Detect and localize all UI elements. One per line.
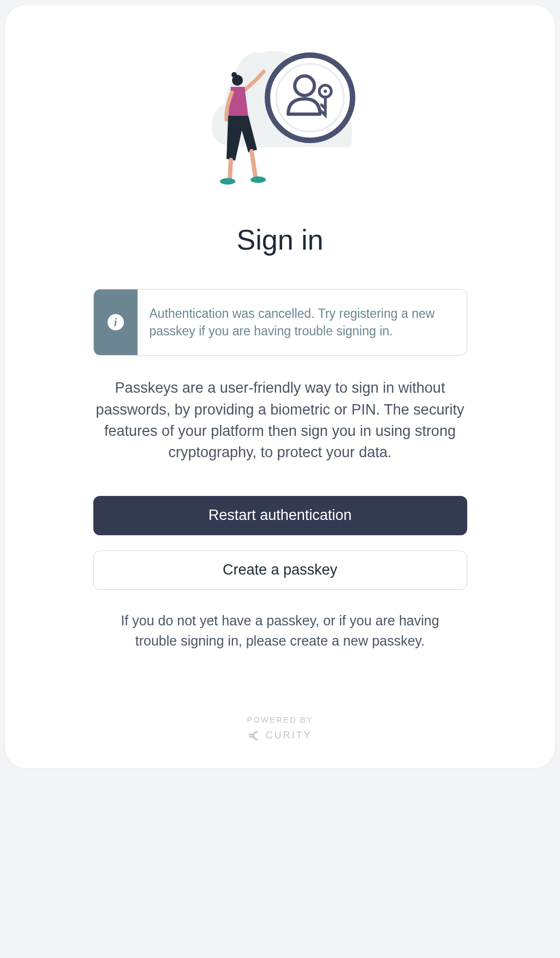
info-icon-wrap: i xyxy=(94,289,138,355)
svg-point-0 xyxy=(267,55,353,140)
helper-text: If you do not yet have a passkey, or if … xyxy=(105,611,455,652)
brand-name: CURITY xyxy=(266,730,312,741)
create-passkey-label: Create a passkey xyxy=(223,561,337,578)
svg-point-6 xyxy=(231,72,237,78)
svg-point-8 xyxy=(220,178,235,185)
svg-point-4 xyxy=(324,90,327,93)
auth-card: Sign in i Authentication was cancelled. … xyxy=(4,4,556,769)
powered-by-label: POWERED BY xyxy=(247,715,313,724)
restart-button-label: Restart authentication xyxy=(208,507,352,524)
footer: POWERED BY CURITY xyxy=(247,660,313,741)
info-icon: i xyxy=(108,314,124,330)
passkey-description: Passkeys are a user-friendly way to sign… xyxy=(78,377,482,463)
create-passkey-button[interactable]: Create a passkey xyxy=(93,551,467,590)
info-alert: i Authentication was cancelled. Try regi… xyxy=(93,289,467,356)
restart-authentication-button[interactable]: Restart authentication xyxy=(93,496,467,535)
svg-point-7 xyxy=(251,176,266,183)
brand: CURITY xyxy=(248,730,312,741)
curity-logo-icon xyxy=(248,731,261,741)
page-title: Sign in xyxy=(237,223,324,256)
alert-message: Authentication was cancelled. Try regist… xyxy=(138,289,467,355)
passkey-illustration xyxy=(204,43,356,185)
